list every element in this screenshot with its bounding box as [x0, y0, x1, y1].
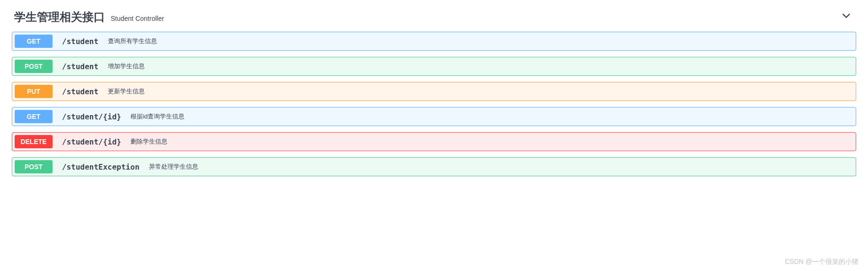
- operation-path: /student: [57, 87, 103, 96]
- controller-title: 学生管理相关接口: [14, 9, 105, 25]
- operation-path: /student: [57, 62, 103, 71]
- operation-get-student-id[interactable]: GET /student/{id} 根据id查询学生信息: [12, 107, 856, 126]
- operation-path: /studentException: [57, 163, 144, 172]
- operation-summary: POST /studentException 异常处理学生信息: [12, 158, 856, 176]
- operation-description: 查询所有学生信息: [103, 37, 162, 45]
- operation-delete-student-id[interactable]: DELETE /student/{id} 删除学生信息: [12, 132, 856, 151]
- operation-put-student[interactable]: PUT /student 更新学生信息: [12, 82, 856, 101]
- operation-description: 异常处理学生信息: [144, 163, 203, 171]
- operation-description: 增加学生信息: [103, 62, 149, 71]
- operation-summary: PUT /student 更新学生信息: [12, 82, 856, 100]
- operation-summary: GET /student 查询所有学生信息: [12, 32, 856, 50]
- operation-path: /student/{id}: [57, 112, 126, 121]
- operation-summary: DELETE /student/{id} 删除学生信息: [12, 133, 856, 151]
- operation-description: 更新学生信息: [103, 87, 149, 96]
- operation-summary: POST /student 增加学生信息: [12, 57, 856, 75]
- chevron-down-icon: [841, 10, 851, 23]
- operation-path: /student: [57, 37, 103, 46]
- method-badge: POST: [15, 160, 53, 173]
- controller-header[interactable]: 学生管理相关接口 Student Controller: [0, 0, 868, 32]
- method-badge: GET: [15, 110, 53, 123]
- operation-description: 删除学生信息: [126, 137, 172, 146]
- operation-post-student-exception[interactable]: POST /studentException 异常处理学生信息: [12, 157, 856, 176]
- method-badge: PUT: [15, 85, 53, 98]
- operation-post-student[interactable]: POST /student 增加学生信息: [12, 57, 856, 76]
- operation-path: /student/{id}: [57, 137, 126, 146]
- operation-summary: GET /student/{id} 根据id查询学生信息: [12, 108, 856, 126]
- method-badge: POST: [15, 60, 53, 73]
- operations-list: GET /student 查询所有学生信息 POST /student 增加学生…: [0, 32, 868, 176]
- controller-subtitle: Student Controller: [111, 15, 164, 22]
- operation-get-student[interactable]: GET /student 查询所有学生信息: [12, 32, 856, 51]
- operation-description: 根据id查询学生信息: [126, 112, 189, 121]
- method-badge: GET: [15, 35, 53, 48]
- method-badge: DELETE: [15, 135, 53, 148]
